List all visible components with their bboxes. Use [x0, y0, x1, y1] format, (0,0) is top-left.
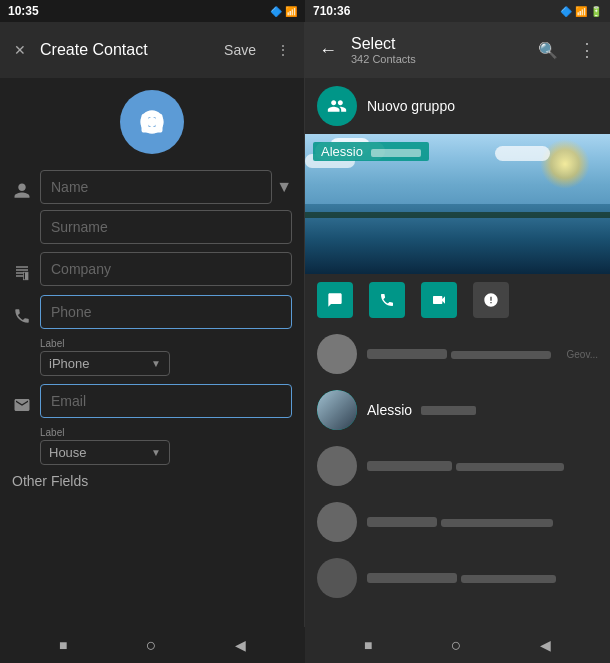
email-fields [40, 384, 292, 418]
chevron-down-icon: ▼ [151, 358, 161, 369]
right-menu-button[interactable]: ⋮ [572, 35, 602, 65]
right-toolbar-title-area: Select 342 Contacts [351, 35, 524, 65]
email-input[interactable] [40, 384, 292, 418]
phone-input[interactable] [40, 295, 292, 329]
surname-input[interactable] [40, 210, 292, 244]
save-button[interactable]: Save [218, 38, 262, 62]
other-fields-button[interactable]: Other Fields [12, 473, 292, 489]
email-label-section: Label House ▼ [12, 427, 292, 465]
contact-info-3 [367, 457, 598, 475]
chevron-down-icon-email: ▼ [151, 447, 161, 458]
building-icon [12, 264, 32, 287]
name-input[interactable] [40, 170, 272, 204]
right-status-bar: 710:36 🔷 📶 🔋 [305, 0, 610, 22]
company-group [12, 252, 292, 287]
featured-image: Alessio [305, 134, 610, 274]
right-back-button[interactable]: ◀ [540, 637, 551, 653]
expand-name-button[interactable]: ▼ [276, 178, 292, 196]
left-toolbar: ✕ Create Contact Save ⋮ [0, 22, 304, 78]
left-status-bar: 10:35 🔷 📶 [0, 0, 305, 22]
list-item[interactable]: Geov... [305, 326, 610, 382]
contacts-count: 342 Contacts [351, 53, 524, 65]
email-label-dropdown[interactable]: House ▼ [40, 440, 170, 465]
bottom-navigation: ■ ○ ◀ ■ ○ ◀ [0, 627, 610, 663]
contact-avatar-1 [317, 334, 357, 374]
phone-label-section: Label iPhone ▼ [12, 338, 292, 376]
left-status-icons: 🔷 📶 [270, 6, 297, 17]
right-time: 710:36 [313, 4, 350, 18]
create-contact-title: Create Contact [40, 41, 210, 59]
phone-label-value: iPhone [49, 356, 89, 371]
create-contact-panel: ✕ Create Contact Save ⋮ [0, 22, 305, 627]
left-form-content: ▼ [0, 78, 304, 627]
nuovo-gruppo-info: Nuovo gruppo [367, 98, 598, 114]
featured-contact-item[interactable]: Alessio [305, 134, 610, 326]
nuovo-gruppo-item[interactable]: Nuovo gruppo [305, 78, 610, 134]
contact-avatar-5 [317, 558, 357, 598]
back-button[interactable]: ← [313, 36, 343, 65]
select-title: Select [351, 35, 524, 53]
phone-label-dropdown[interactable]: iPhone ▼ [40, 351, 170, 376]
camera-icon [138, 108, 166, 136]
featured-name-bar: Alessio [313, 142, 429, 161]
list-item-3[interactable] [305, 438, 610, 494]
close-button[interactable]: ✕ [8, 38, 32, 62]
left-back-button[interactable]: ◀ [235, 637, 246, 653]
email-label-value: House [49, 445, 87, 460]
email-group [12, 384, 292, 419]
avatar-button[interactable] [120, 90, 184, 154]
alessio-name: Alessio [367, 402, 412, 418]
contact-avatar-4 [317, 502, 357, 542]
name-field-row: ▼ [40, 170, 292, 204]
left-time: 10:35 [8, 4, 39, 18]
contact-avatar-3 [317, 446, 357, 486]
phone-label-title: Label [40, 338, 292, 349]
featured-actions [305, 274, 610, 326]
call-action-button[interactable] [369, 282, 405, 318]
avatar-section [12, 90, 292, 154]
right-bottom-nav: ■ ○ ◀ [305, 627, 610, 663]
company-fields [40, 252, 292, 286]
right-home-button[interactable]: ○ [451, 635, 462, 656]
nuovo-gruppo-name: Nuovo gruppo [367, 98, 598, 114]
name-group: ▼ [12, 170, 292, 244]
message-action-button[interactable] [317, 282, 353, 318]
redacted-right-1: Geov... [567, 349, 599, 360]
phone-icon [12, 307, 32, 330]
left-home-button[interactable]: ○ [146, 635, 157, 656]
list-item-4[interactable] [305, 494, 610, 550]
left-bottom-nav: ■ ○ ◀ [0, 627, 305, 663]
mute-action-button[interactable] [473, 282, 509, 318]
video-action-button[interactable] [421, 282, 457, 318]
right-toolbar: ← Select 342 Contacts 🔍 ⋮ [305, 22, 610, 78]
list-item-5[interactable] [305, 550, 610, 606]
alessio-list-item[interactable]: Alessio [305, 382, 610, 438]
phone-group [12, 295, 292, 330]
nuovo-gruppo-avatar [317, 86, 357, 126]
contact-info-4 [367, 513, 598, 531]
phone-fields [40, 295, 292, 329]
right-square-button[interactable]: ■ [364, 637, 372, 653]
contact-info-5 [367, 569, 598, 587]
person-icon [12, 182, 32, 205]
name-fields: ▼ [40, 170, 292, 244]
right-status-icons: 🔷 📶 🔋 [560, 6, 602, 17]
search-button[interactable]: 🔍 [532, 37, 564, 64]
contacts-list: Nuovo gruppo [305, 78, 610, 627]
select-contacts-panel: ← Select 342 Contacts 🔍 ⋮ Nuovo gruppo [305, 22, 610, 627]
email-label-title: Label [40, 427, 292, 438]
alessio-info: Alessio [367, 401, 598, 419]
contact-info-1 [367, 345, 557, 363]
left-menu-button[interactable]: ⋮ [270, 38, 296, 62]
company-input[interactable] [40, 252, 292, 286]
alessio-avatar [317, 390, 357, 430]
email-icon [12, 396, 32, 419]
left-square-button[interactable]: ■ [59, 637, 67, 653]
